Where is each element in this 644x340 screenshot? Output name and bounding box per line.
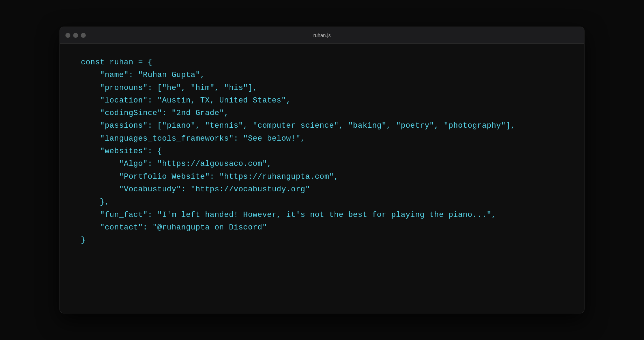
code-line: "codingSince": "2nd Grade",	[81, 107, 563, 120]
editor-window: ruhan.js const ruhan = { "name": "Ruhan …	[59, 27, 584, 313]
code-line: "contact": "@ruhangupta on Discord"	[81, 221, 563, 234]
code-line: "Algo": "https://algousaco.com",	[81, 158, 563, 170]
code-line: }	[81, 234, 563, 247]
maximize-button[interactable]	[81, 33, 86, 38]
minimize-button[interactable]	[73, 33, 78, 38]
code-line: "passions": ["piano", "tennis", "compute…	[81, 120, 563, 132]
code-line: "Vocabustudy": "https://vocabustudy.org"	[81, 183, 563, 196]
code-line: "name": "Ruhan Gupta",	[81, 69, 563, 82]
code-line: "websites": {	[81, 145, 563, 158]
code-line: const ruhan = {	[81, 56, 563, 69]
window-title: ruhan.js	[313, 33, 331, 38]
code-editor: const ruhan = { "name": "Ruhan Gupta", "…	[60, 44, 584, 268]
traffic-lights	[65, 33, 86, 38]
code-line: "fun_fact": "I'm left handed! However, i…	[81, 209, 563, 221]
code-line: "pronouns": ["he", "him", "his"],	[81, 82, 563, 94]
code-line: "location": "Austin, TX, United States",	[81, 94, 563, 107]
close-button[interactable]	[65, 33, 70, 38]
code-line: "Portfolio Website": "https://ruhangupta…	[81, 171, 563, 183]
code-line: },	[81, 196, 563, 208]
titlebar: ruhan.js	[60, 27, 584, 44]
code-line: "languages_tools_frameworks": "See below…	[81, 133, 563, 145]
